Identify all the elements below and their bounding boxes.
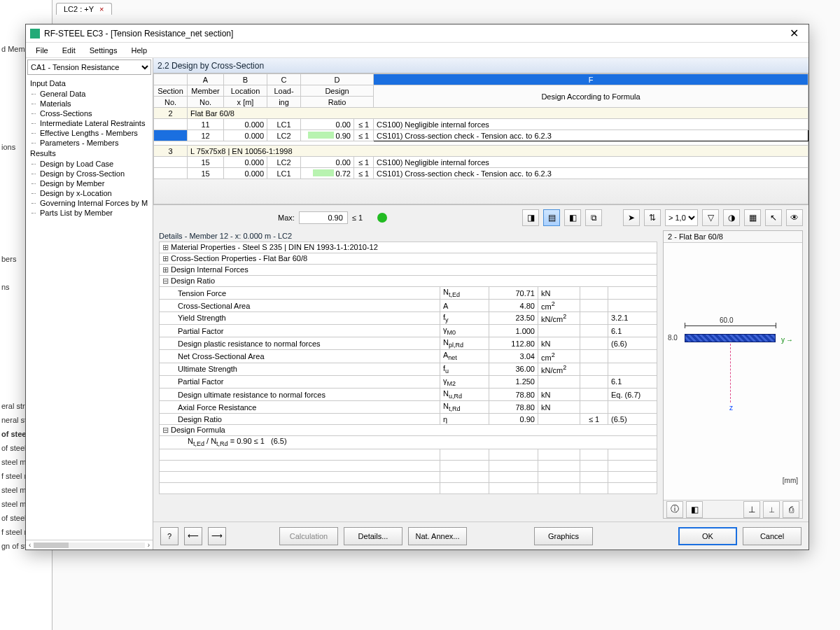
help-icon[interactable]: ? (160, 527, 178, 545)
menu-help[interactable]: Help (124, 45, 154, 56)
titlebar: RF-STEEL EC3 - [Tension Resistance_net s… (26, 24, 808, 43)
menu-settings[interactable]: Settings (83, 45, 125, 56)
model-tab[interactable]: LC2 : +Y× (56, 3, 112, 15)
tool-pick[interactable]: ↖ (765, 209, 782, 226)
status-ok-icon (377, 213, 387, 223)
nav-tree[interactable]: Input Data General Data Materials Cross-… (26, 76, 153, 540)
rf-steel-dialog: RF-STEEL EC3 - [Tension Resistance_net s… (25, 24, 809, 550)
next-icon[interactable]: ⟶ (208, 527, 226, 545)
details-header: Details - Member 12 - x: 0.000 m - LC2 (159, 230, 657, 241)
preview-toolbar: ⓘ ◧ ⊥ ⟂ ⎙ (664, 500, 802, 518)
max-label: Max: (278, 214, 295, 222)
window-close-button[interactable]: ✕ (784, 27, 804, 40)
preview-canvas[interactable]: 60.0 8.0 y z [mm] (664, 243, 802, 500)
col-C[interactable]: C (267, 74, 301, 85)
details-table[interactable]: ⊞ Material Properties - Steel S 235 | DI… (159, 241, 657, 494)
ratio-filter-select[interactable]: > 1,0 (665, 209, 698, 226)
results-grid[interactable]: A B C D F Section Member Location Load- … (153, 74, 808, 205)
nav-group-input: Input Data (26, 78, 153, 89)
nav-governing-forces[interactable]: Governing Internal Forces by M (26, 198, 153, 208)
axes-icon[interactable]: ⊥ (743, 501, 760, 518)
nat-annex-button[interactable]: Nat. Annex... (408, 527, 467, 545)
navigator: CA1 - Tension Resistance Input Data Gene… (26, 58, 153, 550)
menubar: File Edit Settings Help (26, 43, 808, 58)
nav-design-cross-section[interactable]: Design by Cross-Section (26, 169, 153, 178)
grid-empty-area (153, 179, 808, 204)
model-tab-strip: LC2 : +Y× (56, 3, 112, 18)
tool-view[interactable]: 👁 (786, 209, 803, 226)
print-icon[interactable]: ⎙ (783, 501, 799, 518)
col-D[interactable]: D (301, 74, 374, 85)
table-row[interactable]: 15 0.000 LC2 0.00 ≤ 1 CS100) Negligible … (154, 157, 808, 168)
ok-button[interactable]: OK (678, 527, 737, 545)
tool-2[interactable]: ▤ (543, 209, 560, 226)
case-selector[interactable]: CA1 - Tension Resistance (27, 59, 151, 75)
preview-unit: [mm] (783, 477, 798, 484)
max-value: 0.90 (299, 211, 348, 224)
nav-materials[interactable]: Materials (26, 99, 153, 108)
content-title: 2.2 Design by Cross-Section (153, 58, 808, 74)
nav-design-load-case[interactable]: Design by Load Case (26, 159, 153, 169)
col-A[interactable]: A (188, 74, 224, 85)
col-B[interactable]: B (224, 74, 267, 85)
tool-1[interactable]: ◨ (522, 209, 539, 226)
nav-hscroll[interactable]: ‹ › (26, 540, 153, 550)
graphics-button[interactable]: Graphics (534, 527, 593, 545)
menu-edit[interactable]: Edit (55, 45, 83, 56)
nav-design-member[interactable]: Design by Member (26, 178, 153, 188)
nav-cross-sections[interactable]: Cross-Sections (26, 108, 153, 118)
window-title: RF-STEEL EC3 - [Tension Resistance_net s… (44, 29, 784, 38)
dialog-button-bar: ? ⟵ ⟶ Calculation Details... Nat. Annex.… (153, 522, 808, 550)
nav-general-data[interactable]: General Data (26, 89, 153, 99)
max-compare: ≤ 1 (352, 214, 373, 222)
cross-section-shape (685, 334, 776, 342)
table-row[interactable]: 11 0.000 LC1 0.00 ≤ 1 CS100) Negligible … (154, 119, 808, 130)
tool-sort[interactable]: ⇅ (644, 209, 661, 226)
nav-group-results: Results (26, 148, 153, 159)
cancel-button[interactable]: Cancel (743, 527, 802, 545)
nav-parts-list[interactable]: Parts List by Member (26, 208, 153, 218)
nav-effective-lengths[interactable]: Effective Lengths - Members (26, 128, 153, 138)
details-button[interactable]: Details... (344, 527, 402, 545)
scroll-right-icon[interactable]: › (148, 541, 150, 549)
close-icon[interactable]: × (99, 5, 104, 13)
axis-z-icon: z (729, 404, 733, 412)
nav-parameters-members[interactable]: Parameters - Members (26, 138, 153, 148)
table-row[interactable]: 15 0.000 LC1 0.72 ≤ 1 CS101) Cross-secti… (154, 168, 808, 179)
calculation-button[interactable]: Calculation (279, 527, 338, 545)
nav-intermediate-restraints[interactable]: Intermediate Lateral Restraints (26, 118, 153, 128)
menu-file[interactable]: File (29, 45, 55, 56)
table-row-selected[interactable]: 12 0.000 LC2 0.90 ≤ 1 CS101) Cross-secti… (154, 130, 808, 141)
preview-title: 2 - Flat Bar 60/8 (664, 231, 802, 243)
details-panel: Details - Member 12 - x: 0.000 m - LC2 ⊞… (153, 230, 657, 519)
section-row[interactable]: 2 Flat Bar 60/8 (154, 108, 808, 119)
axis-y-icon: y (781, 336, 793, 344)
section-preview: 2 - Flat Bar 60/8 60.0 8.0 y z [mm] (663, 230, 803, 519)
section-icon[interactable]: ◧ (686, 501, 703, 518)
tool-colors[interactable]: ◑ (723, 209, 740, 226)
tool-goto[interactable]: ➤ (623, 209, 640, 226)
tool-4[interactable]: ⧉ (585, 209, 602, 226)
scroll-left-icon[interactable]: ‹ (29, 541, 31, 549)
tool-3[interactable]: ◧ (564, 209, 581, 226)
tool-excel[interactable]: ▦ (744, 209, 761, 226)
nav-design-x-location[interactable]: Design by x-Location (26, 188, 153, 198)
prev-icon[interactable]: ⟵ (184, 527, 202, 545)
dimension-icon[interactable]: ⟂ (763, 501, 780, 518)
col-F[interactable]: F (374, 74, 808, 85)
tool-filter[interactable]: ▽ (702, 209, 719, 226)
max-toolbar: Max: 0.90 ≤ 1 ◨ ▤ ◧ ⧉ ➤ ⇅ > 1,0 ▽ ◑ ▦ ↖ … (153, 205, 808, 230)
app-icon (30, 29, 40, 38)
section-row[interactable]: 3 L 75x75x8 | EN 10056-1:1998 (154, 146, 808, 157)
info-icon[interactable]: ⓘ (666, 501, 683, 518)
